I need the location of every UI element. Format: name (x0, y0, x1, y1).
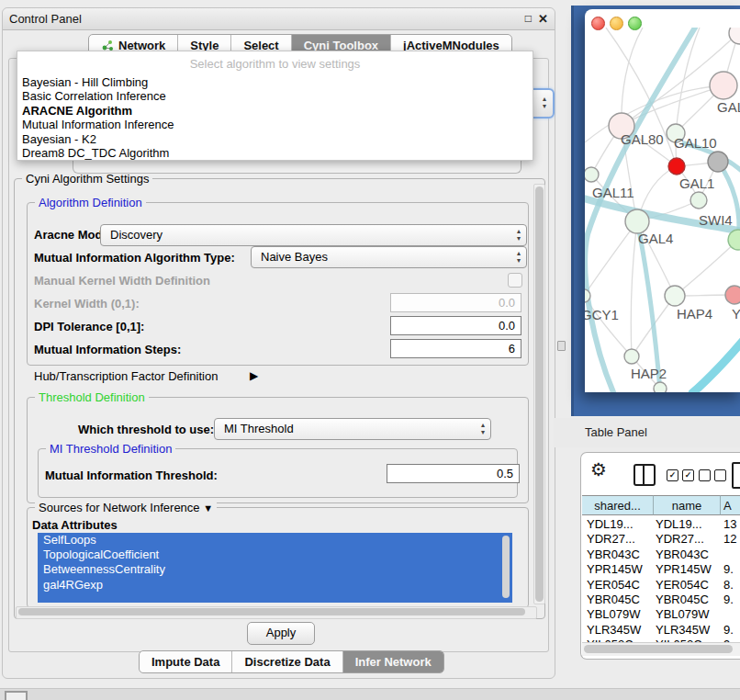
network-window: GAL GAL80 GAL10 GAL11 GAL1 SWI4 GAL4 GCY… (585, 9, 740, 392)
node-label: GAL80 (621, 131, 664, 147)
mi-steps-label: Mutual Information Steps: (34, 343, 181, 357)
select-all-checkboxes-icon[interactable]: ✓✓ (667, 469, 694, 481)
panel-splitter-handle[interactable] (557, 341, 566, 351)
tab-discretize-data[interactable]: Discretize Data (232, 651, 342, 672)
mi-algorithm-type-select[interactable]: Naive Bayes ▴▾ (251, 246, 527, 268)
stepper-icon: ▴▾ (517, 228, 521, 243)
kernel-width-input: 0.0 (390, 293, 521, 312)
table-row[interactable]: YPR145WYPR145W9. (581, 561, 740, 576)
node-label: SWI4 (699, 212, 733, 228)
tab-impute-data[interactable]: Impute Data (140, 651, 232, 672)
list-item[interactable]: gal4RGexp (38, 578, 512, 593)
tab-infer-network-label: Infer Network (355, 652, 432, 672)
aracne-mode-value: Discovery (110, 225, 163, 245)
table-header-row: shared... name A (582, 495, 740, 515)
node-hap2[interactable] (624, 349, 639, 364)
node-label: Y (732, 306, 740, 322)
node-partial-top[interactable] (729, 28, 740, 44)
column-header-partial[interactable]: A (721, 495, 740, 515)
mi-algorithm-type-label: Mutual Information Algorithm Type: (34, 251, 235, 265)
table-row[interactable]: YER054CYER054C8. (581, 577, 740, 592)
node-gal1[interactable] (690, 192, 707, 209)
cyni-bottom-tabbar: Impute Data Discretize Data Infer Networ… (139, 650, 444, 673)
dropdown-item-selected[interactable]: ARACNE Algorithm (17, 104, 533, 118)
list-item[interactable]: SelfLoops (38, 533, 512, 548)
mi-threshold-definition-title: MI Threshold Definition (46, 442, 175, 456)
node-label: GAL11 (592, 185, 634, 200)
which-threshold-select[interactable]: MI Threshold ▴▾ (214, 418, 491, 440)
mi-threshold-input[interactable]: 0.5 (387, 464, 520, 483)
dpi-tolerance-label: DPI Tolerance [0,1]: (34, 320, 144, 334)
apply-button[interactable]: Apply (247, 622, 315, 645)
settings-vertical-scrollbar[interactable] (533, 184, 545, 604)
table-row[interactable]: YBR043CYBR043C (581, 547, 740, 561)
threshold-definition-title: Threshold Definition (35, 390, 149, 404)
table-panel-title: Table Panel (585, 425, 647, 439)
docked-panel-icon[interactable] (5, 691, 28, 700)
which-threshold-label: Which threshold to use: (78, 423, 214, 437)
node-red[interactable] (668, 158, 685, 175)
node-gal-partial[interactable] (710, 72, 737, 99)
tab-impute-data-label: Impute Data (151, 652, 219, 672)
dropdown-item[interactable]: Basic Correlation Inference (17, 89, 533, 103)
tab-infer-network[interactable]: Infer Network (343, 651, 443, 672)
list-item[interactable]: BetweennessCentrality (38, 562, 512, 577)
node-gal11[interactable] (585, 167, 599, 182)
list-vertical-scrollbar[interactable] (502, 536, 510, 598)
aracne-mode-select[interactable]: Discovery ▴▾ (100, 224, 527, 246)
node-salmon[interactable] (725, 286, 740, 304)
gear-icon[interactable]: ⚙ (590, 459, 607, 480)
column-header-name[interactable]: name (654, 495, 721, 515)
settings-horizontal-scrollbar[interactable] (16, 606, 537, 619)
dropdown-item[interactable]: Mutual Information Inference (17, 118, 533, 131)
tab-discretize-data-label: Discretize Data (244, 652, 330, 672)
columns-icon[interactable] (633, 464, 656, 486)
node-label: GAL1 (679, 175, 714, 191)
deselect-all-checkboxes-icon[interactable] (699, 469, 726, 481)
algorithm-dropdown-popup: Select algorithm to view settings Bayesi… (17, 51, 533, 161)
algorithm-definition-title: Algorithm Definition (35, 196, 146, 209)
table-row[interactable]: YBL079WYBL079W (581, 606, 740, 621)
data-attributes-list[interactable]: SelfLoops TopologicalCoefficient Between… (38, 533, 512, 603)
sources-group-title: Sources for Network Inference (39, 501, 200, 514)
which-threshold-value: MI Threshold (224, 419, 294, 439)
control-panel-titlebar: Control Panel □ ✕ (3, 8, 555, 30)
mi-steps-input[interactable]: 6 (390, 339, 521, 358)
export-table-icon[interactable] (732, 462, 740, 489)
node-label: GCY1 (585, 307, 619, 322)
table-row[interactable]: YBR045CYBR045C9. (581, 592, 740, 606)
float-window-icon[interactable]: □ (525, 8, 532, 29)
manual-kernel-width-checkbox (508, 273, 522, 288)
kernel-width-label: Kernel Width (0,1): (34, 297, 140, 311)
dropdown-item[interactable]: Bayesian - K2 (17, 132, 533, 146)
hub-factor-section-toggle[interactable]: Hub/Transcription Factor Definition (34, 369, 218, 384)
network-canvas[interactable]: GAL GAL80 GAL10 GAL11 GAL1 SWI4 GAL4 GCY… (585, 28, 740, 392)
table-window: ⚙ ✓✓ shared... name A YDL19...YDL19...13… (580, 452, 740, 660)
node-label: GAL (717, 99, 740, 115)
table-row[interactable]: YDL19...YDL19...13 (581, 516, 740, 531)
network-node-labels: GAL GAL80 GAL10 GAL11 GAL1 SWI4 GAL4 GCY… (585, 99, 740, 381)
expand-right-icon[interactable]: ▶ (250, 369, 258, 382)
application-root: Control Panel □ ✕ Network Style Select C… (0, 0, 740, 700)
sources-group-toggle[interactable]: Sources for Network Inference ▼ (35, 501, 217, 515)
network-view-frame: GAL GAL80 GAL10 GAL11 GAL1 SWI4 GAL4 GCY… (571, 6, 740, 416)
close-window-icon[interactable]: ✕ (538, 8, 548, 29)
manual-kernel-width-label: Manual Kernel Width Definition (34, 274, 210, 288)
table-row[interactable]: YLR345WYLR345W9. (581, 622, 740, 637)
dropdown-placeholder: Select algorithm to view settings (17, 51, 533, 75)
node-label: HAP4 (677, 306, 712, 322)
column-header-shared-name[interactable]: shared... (582, 495, 654, 515)
table-horizontal-scrollbar[interactable] (582, 642, 740, 656)
list-item[interactable]: TopologicalCoefficient (38, 548, 512, 562)
node-gray[interactable] (708, 152, 728, 172)
node-partial-bottom[interactable] (654, 382, 667, 392)
dpi-tolerance-input[interactable]: 0.0 (390, 316, 521, 335)
data-attributes-header: Data Attributes (32, 518, 118, 533)
collapse-down-icon: ▼ (203, 502, 213, 514)
dropdown-item[interactable]: Bayesian - Hill Climbing (17, 75, 533, 89)
table-row[interactable]: YDR27...YDR27...12 (581, 531, 740, 546)
stepper-icon: ▴▾ (517, 250, 521, 265)
control-panel-title: Control Panel (9, 8, 82, 29)
node-hap4[interactable] (665, 286, 685, 306)
dropdown-item[interactable]: Dream8 DC_TDC Algorithm (17, 146, 533, 160)
